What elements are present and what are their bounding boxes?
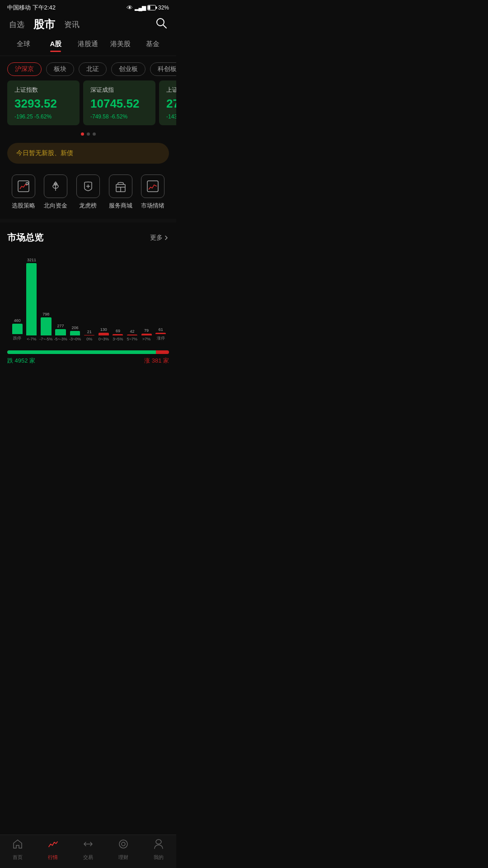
- sub-nav: 全球 A股 港股通 港美股 基金: [0, 37, 176, 56]
- nav-mine-label: 我的: [154, 854, 164, 861]
- svg-rect-1: [148, 6, 150, 10]
- index-name-sz: 深证成指: [90, 86, 148, 94]
- filter-beizhen[interactable]: 北证: [79, 62, 107, 76]
- quick-icons: 选股策略 北向资金 龙虎榜: [0, 171, 176, 217]
- down-label: 跌 4952 家: [7, 357, 35, 365]
- bar-item-8: 425~7%: [126, 251, 139, 341]
- quick-dragon-tiger[interactable]: 龙虎榜: [76, 175, 100, 210]
- market-icon: [47, 839, 58, 852]
- index-card-sh50[interactable]: 上证50 2709.21 -143.93 -5.04%: [159, 80, 176, 125]
- nav-home-label: 首页: [13, 854, 23, 861]
- nav-finance-label: 理财: [118, 854, 128, 861]
- market-overview-title: 市场总览: [7, 231, 43, 244]
- home-icon: [12, 839, 23, 852]
- bottom-nav: 首页 行情 交易 理财: [0, 835, 176, 868]
- section-divider: [0, 219, 176, 222]
- index-name-sh50: 上证50: [166, 86, 176, 94]
- quick-stock-strategy[interactable]: 选股策略: [12, 175, 35, 210]
- carousel-dots: [0, 129, 176, 143]
- progress-bar-fill: [7, 350, 156, 354]
- header: 自选 股市 资讯: [0, 14, 176, 37]
- dragon-tiger-icon: [76, 175, 100, 198]
- trade-icon: [83, 839, 94, 852]
- more-link[interactable]: 更多: [150, 234, 169, 242]
- market-mood-icon: [141, 175, 164, 198]
- stock-strategy-icon: [12, 175, 35, 198]
- subnav-agu[interactable]: A股: [40, 37, 72, 51]
- quick-market-mood[interactable]: 市场情绪: [141, 175, 164, 210]
- search-icon[interactable]: [155, 17, 167, 32]
- bar-item-0: 460跌停: [11, 251, 24, 341]
- battery-icon: 32%: [147, 5, 169, 11]
- nav-home[interactable]: 首页: [4, 839, 31, 861]
- svg-rect-2: [156, 7, 157, 9]
- svg-point-14: [119, 840, 127, 848]
- market-mood-label: 市场情绪: [141, 202, 164, 210]
- filter-hushen[interactable]: 沪深京: [7, 62, 42, 76]
- bar-item-6: 1300~3%: [97, 251, 110, 341]
- tab-gushi[interactable]: 股市: [33, 17, 55, 32]
- subnav-jijin[interactable]: 基金: [136, 37, 169, 51]
- filter-kechuang[interactable]: 科创板: [150, 62, 176, 76]
- index-card-shenzhen[interactable]: 深证成指 10745.52 -749.58 -6.52%: [83, 80, 155, 125]
- nav-finance[interactable]: 理财: [110, 839, 137, 861]
- finance-icon: [118, 839, 129, 852]
- nav-trade[interactable]: 交易: [75, 839, 102, 861]
- service-mall-label: 服务商城: [109, 202, 132, 210]
- index-value-sh: 3293.52: [14, 97, 72, 111]
- svg-point-15: [122, 842, 125, 846]
- index-change-sh: -196.25 -5.62%: [14, 113, 72, 120]
- mine-icon: [153, 839, 164, 852]
- north-capital-icon: [44, 175, 67, 198]
- index-name-sh: 上证指数: [14, 86, 72, 94]
- index-card-shanghai[interactable]: 上证指数 3293.52 -196.25 -5.62%: [7, 80, 80, 125]
- filter-row: 沪深京 板块 北证 创业板 科创板: [0, 56, 176, 80]
- nav-trade-label: 交易: [83, 854, 93, 861]
- stock-strategy-label: 选股策略: [12, 202, 35, 210]
- eye-icon: 👁: [127, 4, 133, 11]
- nav-mine[interactable]: 我的: [145, 839, 172, 861]
- bar-item-5: 210%: [83, 251, 96, 341]
- battery-percent: 32%: [158, 5, 169, 11]
- notice-banner[interactable]: 今日暂无新股、新债: [7, 143, 169, 164]
- index-change-sh50: -143.93 -5.04%: [166, 113, 176, 120]
- dot-2[interactable]: [87, 132, 90, 136]
- bar-item-4: 206-3~0%: [69, 251, 82, 341]
- quick-north-capital[interactable]: 北向资金: [44, 175, 67, 210]
- index-cards: 上证指数 3293.52 -196.25 -5.62% 深证成指 10745.5…: [0, 80, 176, 129]
- dragon-tiger-label: 龙虎榜: [79, 202, 97, 210]
- dot-1[interactable]: [81, 132, 84, 136]
- bar-item-1: 3211<-7%: [25, 251, 38, 341]
- index-value-sh50: 2709.21: [166, 97, 176, 111]
- header-tabs: 自选 股市 资讯: [9, 17, 80, 32]
- market-overview-header: 市场总览 更多: [7, 231, 169, 244]
- tab-zixuan[interactable]: 自选: [9, 19, 24, 30]
- bar-chart: 460跌停3211<-7%798-7~-5%277-5~-3%206-3~0%2…: [7, 251, 169, 341]
- svg-point-6: [26, 183, 28, 185]
- market-overview: 市场总览 更多 460跌停3211<-7%798-7~-5%277-5~-3%2…: [0, 224, 176, 345]
- subnav-quanqiu[interactable]: 全球: [7, 37, 40, 51]
- nav-market[interactable]: 行情: [39, 839, 66, 861]
- progress-bar-bg: [7, 350, 169, 354]
- service-mall-icon: [109, 175, 132, 198]
- svg-line-4: [163, 25, 166, 28]
- subnav-ganggutong[interactable]: 港股通: [72, 37, 104, 51]
- index-value-sz: 10745.52: [90, 97, 148, 111]
- bar-item-10: 61涨停: [154, 251, 167, 341]
- quick-service-mall[interactable]: 服务商城: [109, 175, 132, 210]
- filter-bankuai[interactable]: 板块: [46, 62, 74, 76]
- status-bar: 中国移动 下午2:42 👁 ▂▄▆ 32%: [0, 0, 176, 14]
- carrier-time: 中国移动 下午2:42: [7, 4, 56, 12]
- north-capital-label: 北向资金: [44, 202, 67, 210]
- filter-chuangye[interactable]: 创业板: [111, 62, 145, 76]
- up-label: 涨 381 家: [144, 357, 169, 365]
- tab-zixun[interactable]: 资讯: [64, 19, 80, 30]
- status-right: 👁 ▂▄▆ 32%: [127, 4, 169, 11]
- nav-market-label: 行情: [48, 854, 58, 861]
- progress-labels: 跌 4952 家 涨 381 家: [7, 357, 169, 365]
- subnav-gangmeig[interactable]: 港美股: [104, 37, 137, 51]
- signal-icon: ▂▄▆: [135, 5, 145, 11]
- dot-3[interactable]: [93, 132, 96, 136]
- bar-item-9: 79>7%: [140, 251, 153, 341]
- progress-section: 跌 4952 家 涨 381 家: [0, 345, 176, 370]
